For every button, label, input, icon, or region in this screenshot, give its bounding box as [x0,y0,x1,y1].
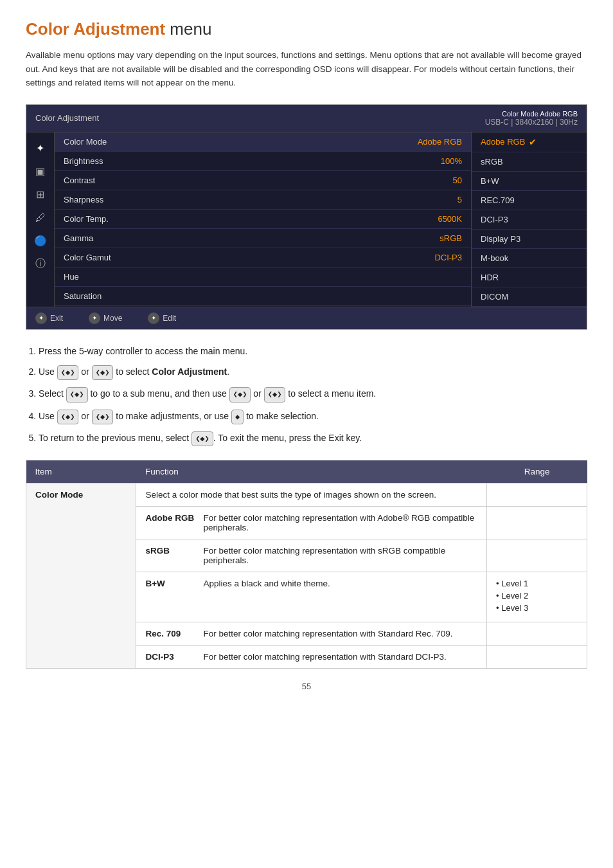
sidebar-icon-layout[interactable]: ⊞ [30,184,51,206]
intro-paragraph: Available menu options may vary dependin… [26,48,587,90]
sub-item-dci-p3: DCI-P3 [145,652,203,662]
sub-item-bw: B+W [145,579,203,588]
menu-item-label: Sharpness [64,195,103,204]
ctrl-icon-6: ❮◆❯ [57,410,79,424]
ctrl-icon-3: ❮◆❯ [66,387,88,402]
table-header-function: Function [136,460,487,484]
footer-move: ✦ Move [89,312,122,324]
submenu-dci-p3[interactable]: DCI-P3 [472,210,587,230]
menu-item-value: 5 [458,195,462,204]
submenu-rec709[interactable]: REC.709 [472,191,587,210]
color-adjustment-bold: Color Adjustment [152,366,227,377]
sidebar-icon-display[interactable]: ▣ [30,161,51,183]
sub-function-dci-p3: For better color matching representation… [203,652,477,662]
range-srgb [487,539,587,572]
osd-menu-item-hue[interactable]: Hue [55,267,471,287]
osd-screenshot: Color Adjustment Color Mode Adobe RGB US… [26,104,587,330]
osd-body: ✦ ▣ ⊞ 🖊 🔵 ⓘ Color Mode Adobe RGB Brightn… [26,132,587,307]
osd-menu: Color Mode Adobe RGB Brightness 100% Con… [55,132,471,307]
ctrl-icon-4: ❮◆❯ [229,387,251,402]
function-cell-srgb: sRGB For better color matching represent… [136,539,487,572]
submenu-label: Display P3 [481,234,520,244]
function-cell-dci-p3: DCI-P3 For better color matching represe… [136,645,487,668]
bw-range-list: • Level 1 • Level 2 • Level 3 [496,579,578,613]
sidebar-icon-brightness[interactable]: ✦ [30,138,51,159]
menu-item-value: Adobe RGB [418,137,462,147]
osd-menu-item-saturation[interactable]: Saturation [55,287,471,306]
range-bw: • Level 1 • Level 2 • Level 3 [487,572,587,622]
sidebar-icon-person[interactable]: 🔵 [30,230,51,252]
feature-table: Item Function Range Color Mode Select a … [26,460,587,669]
menu-item-label: Brightness [64,156,103,166]
submenu-dicom[interactable]: DICOM [472,287,587,307]
submenu-display-p3[interactable]: Display P3 [472,230,587,249]
check-icon: ✔ [529,137,537,147]
osd-sidebar: ✦ ▣ ⊞ 🖊 🔵 ⓘ [26,132,55,307]
osd-header-title: Color Adjustment [35,113,99,123]
menu-item-value: 100% [441,156,462,166]
osd-menu-item-color-temp[interactable]: Color Temp. 6500K [55,210,471,229]
sidebar-icon-color[interactable]: 🖊 [30,207,51,229]
osd-mode-label: Color Mode Adobe RGB [485,110,578,118]
footer-move-label: Move [103,314,122,323]
osd-menu-item-color-gamut[interactable]: Color Gamut DCI-P3 [55,248,471,267]
ctrl-icon-2: ❮◆❯ [92,365,114,380]
menu-item-label: Gamma [64,233,93,243]
title-normal: menu [165,19,211,39]
osd-menu-item-contrast[interactable]: Contrast 50 [55,171,471,190]
function-cell-adobe-rgb: Adobe RGB For better color matching repr… [136,506,487,539]
menu-item-value: 6500K [438,214,462,224]
menu-item-label: Saturation [64,291,102,301]
osd-menu-list: Color Mode Adobe RGB Brightness 100% Con… [55,132,471,306]
osd-menu-item-brightness[interactable]: Brightness 100% [55,152,471,171]
function-cell-rec709: Rec. 709 For better color matching repre… [136,622,487,645]
ctrl-icon-5: ❮◆❯ [264,387,286,402]
move-ctrl-icon: ✦ [89,312,100,324]
sub-item-rec709: Rec. 709 [145,629,203,638]
menu-item-label: Hue [64,272,79,282]
footer-exit-label: Exit [50,314,63,323]
page-number: 55 [26,682,587,691]
osd-submenu: Adobe RGB ✔ sRGB B+W REC.709 DCI-P3 Disp… [471,132,587,307]
step-4: Use ❮◆❯ or ❮◆❯ to make adjustments, or u… [39,409,587,424]
ctrl-icon-7: ❮◆❯ [92,410,114,424]
osd-menu-item-color-mode[interactable]: Color Mode Adobe RGB [55,132,471,152]
submenu-mbook[interactable]: M-book [472,249,587,268]
step-3: Select ❮◆❯ to go to a sub menu, and then… [39,386,587,402]
osd-resolution-label: USB-C | 3840x2160 | 30Hz [485,118,578,127]
sub-function-srgb: For better color matching representation… [203,546,477,565]
bw-level1: • Level 1 [496,579,578,588]
ctrl-icon-8: ◆ [231,410,244,424]
sub-item-adobe-rgb: Adobe RGB [145,513,203,532]
steps-list: Press the 5-way controller to access the… [26,344,587,446]
submenu-bw[interactable]: B+W [472,172,587,191]
footer-exit: ✦ Exit [35,312,63,324]
sub-item-srgb: sRGB [145,546,203,565]
sidebar-icon-info[interactable]: ⓘ [30,253,51,275]
range-color-mode-main [487,483,587,506]
submenu-label: B+W [481,176,499,186]
sub-function-rec709: For better color matching representation… [203,629,477,638]
submenu-hdr[interactable]: HDR [472,268,587,287]
submenu-label: DICOM [481,292,508,302]
submenu-label: REC.709 [481,195,515,205]
osd-menu-item-gamma[interactable]: Gamma sRGB [55,229,471,248]
range-adobe-rgb [487,506,587,539]
table-header-item: Item [26,460,136,484]
range-rec709 [487,622,587,645]
submenu-adobe-rgb[interactable]: Adobe RGB ✔ [472,132,587,152]
bw-level2: • Level 2 [496,591,578,601]
ctrl-icon-9: ❮◆❯ [191,431,213,446]
function-color-mode-main: Select a color mode that best suits the … [136,483,487,506]
step-1: Press the 5-way controller to access the… [39,344,587,358]
menu-item-value: 50 [453,176,462,185]
menu-item-label: Color Temp. [64,214,109,224]
osd-menu-item-sharpness[interactable]: Sharpness 5 [55,190,471,210]
menu-item-value: DCI-P3 [434,253,462,262]
submenu-srgb[interactable]: sRGB [472,152,587,172]
title-bold: Color Adjustment [26,19,165,39]
submenu-label: Adobe RGB [481,137,525,147]
step-2: Use ❮◆❯ or ❮◆❯ to select Color Adjustmen… [39,365,587,380]
sub-function-bw: Applies a black and white theme. [203,579,477,588]
table-header-range: Range [487,460,587,484]
